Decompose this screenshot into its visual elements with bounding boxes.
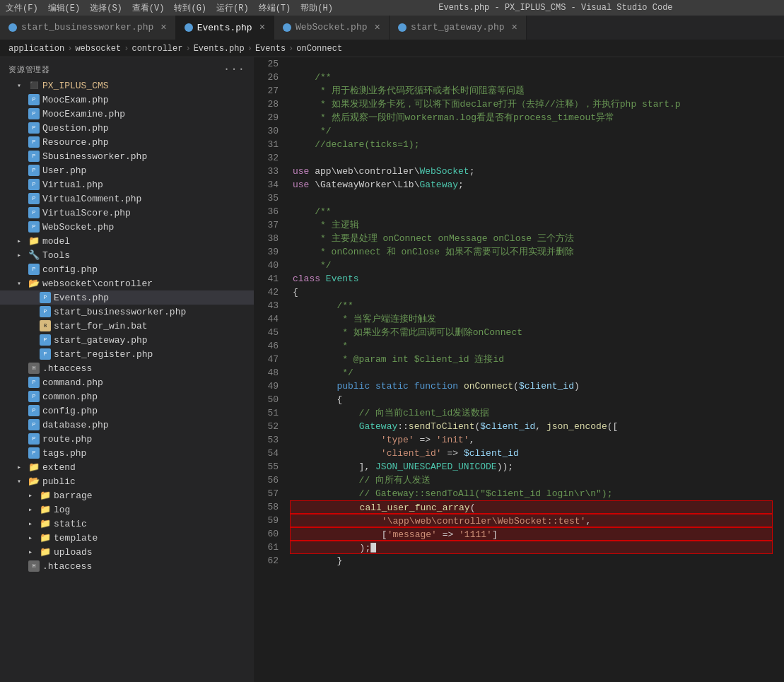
- token: [293, 421, 359, 432]
- breadcrumb-part[interactable]: Events.php: [194, 44, 245, 54]
- sidebar-file-item[interactable]: 🔧Tools: [0, 248, 254, 262]
- breadcrumb-part[interactable]: application: [8, 44, 64, 54]
- sidebar-file-item[interactable]: 📁log: [0, 502, 254, 517]
- editor-area[interactable]: 2526272829303132333435363738394041424344…: [254, 57, 784, 682]
- menu-bar[interactable]: 文件(F)编辑(E)选择(S)查看(V)转到(G)运行(R)终端(T)帮助(H): [6, 2, 333, 14]
- code-line: {: [290, 393, 773, 406]
- sidebar-file-item[interactable]: Pdatabase.php: [0, 418, 254, 432]
- menu-item[interactable]: 查看(V): [132, 2, 165, 14]
- file-label: WebSocket.php: [42, 222, 114, 233]
- code-line: * 然后观察一段时间workerman.log看是否有process_timeo…: [290, 111, 773, 124]
- sidebar-file-item[interactable]: Pstart_gateway.php: [0, 333, 254, 347]
- sidebar-file-item[interactable]: PMoocExamine.php: [0, 107, 254, 121]
- tab-close-button[interactable]: ×: [259, 22, 265, 33]
- sidebar-file-item[interactable]: 📂websocket\controller: [0, 276, 254, 290]
- sidebar-file-item[interactable]: PVirtualComment.php: [0, 192, 254, 206]
- token: ::: [397, 421, 409, 432]
- tab-websocket[interactable]: WebSocket.php×: [274, 16, 390, 40]
- menu-item[interactable]: 选择(S): [90, 2, 122, 14]
- sidebar-file-item[interactable]: PVirtualScore.php: [0, 206, 254, 220]
- token: {: [293, 394, 342, 405]
- code-line: /**: [290, 205, 773, 218]
- file-label: websocket\controller: [42, 278, 153, 289]
- breadcrumb-part[interactable]: websocket: [75, 44, 121, 54]
- sidebar-file-item[interactable]: 📁template: [0, 531, 254, 545]
- line-number: 61: [260, 541, 279, 554]
- code-line: use app\web\controller\WebSocket;: [290, 165, 773, 178]
- tab-events[interactable]: Events.php×: [176, 16, 274, 40]
- php-file-icon: P: [40, 334, 51, 346]
- token: Gateway: [359, 421, 398, 432]
- token: ,: [535, 421, 546, 432]
- bat-file-icon: B: [40, 320, 51, 331]
- sidebar-file-item[interactable]: Bstart_for_win.bat: [0, 319, 254, 333]
- token: */: [293, 126, 332, 136]
- tab-close-button[interactable]: ×: [160, 22, 166, 33]
- line-number: 25: [260, 57, 279, 71]
- tab-close-button[interactable]: ×: [374, 22, 380, 33]
- sidebar-file-item[interactable]: Ptags.php: [0, 446, 254, 460]
- token: [: [293, 529, 387, 540]
- sidebar-file-item[interactable]: Pcommon.php: [0, 389, 254, 404]
- file-label: MoocExam.php: [42, 95, 109, 105]
- tab-close-button[interactable]: ×: [512, 22, 517, 33]
- sidebar-file-item[interactable]: PResource.php: [0, 135, 254, 149]
- sidebar-file-item[interactable]: H.htaccess: [0, 559, 254, 573]
- breadcrumb-separator: ›: [67, 44, 72, 54]
- token: */: [293, 260, 332, 271]
- sidebar-file-item[interactable]: PSbusinessworker.php: [0, 149, 254, 163]
- tab-start-business[interactable]: start_businessworker.php×: [0, 16, 176, 40]
- line-number: 31: [260, 138, 279, 151]
- sidebar-file-item[interactable]: Proute.php: [0, 432, 254, 446]
- code-line: 'client_id' => $client_id: [290, 447, 773, 460]
- code-line: {: [290, 286, 773, 299]
- file-label: log: [54, 505, 70, 515]
- breadcrumb-part[interactable]: Events: [255, 44, 286, 54]
- code-lines[interactable]: /** * 用于检测业务代码死循环或者长时间阻塞等问题 * 如果发现业务卡死，可…: [290, 57, 784, 682]
- menu-item[interactable]: 文件(F): [6, 2, 38, 14]
- token: [458, 381, 464, 392]
- sidebar-file-item[interactable]: 📁barrage: [0, 488, 254, 502]
- menu-item[interactable]: 运行(R): [216, 2, 249, 14]
- menu-item[interactable]: 帮助(H): [300, 2, 333, 14]
- file-label: start_gateway.php: [54, 335, 148, 346]
- sidebar-file-item[interactable]: PMoocExam.php: [0, 93, 254, 107]
- php-file-icon: P: [28, 94, 40, 105]
- sidebar-file-item[interactable]: Pcommand.php: [0, 375, 254, 389]
- folder-arrow: [28, 548, 40, 556]
- sidebar-file-item[interactable]: Pstart_register.php: [0, 347, 254, 361]
- menu-item[interactable]: 编辑(E): [48, 2, 81, 14]
- menu-item[interactable]: 终端(T): [259, 2, 291, 14]
- file-label: Resource.php: [42, 137, 109, 148]
- menu-item[interactable]: 转到(G): [174, 2, 206, 14]
- line-number: 62: [260, 554, 279, 568]
- sidebar-root[interactable]: ⬛ PX_IPLUS_CMS: [0, 78, 254, 93]
- sidebar-file-item[interactable]: Pstart_businessworker.php: [0, 305, 254, 319]
- token: (: [513, 381, 519, 392]
- folder-closed-icon: 📁: [40, 546, 51, 558]
- token: * 当客户端连接时触发: [293, 314, 436, 324]
- sidebar-file-item[interactable]: 📂public: [0, 474, 254, 488]
- sidebar-file-item[interactable]: PUser.php: [0, 163, 254, 177]
- htaccess-icon: H: [28, 560, 40, 572]
- sidebar-dots-button[interactable]: ···: [223, 63, 245, 76]
- sidebar-file-item[interactable]: PWebSocket.php: [0, 220, 254, 234]
- sidebar-file-item[interactable]: PQuestion.php: [0, 121, 254, 135]
- sidebar-file-item[interactable]: 📁extend: [0, 460, 254, 474]
- php-file-icon: P: [28, 419, 40, 430]
- sidebar-file-item[interactable]: Pconfig.php: [0, 262, 254, 276]
- line-number: 34: [260, 178, 279, 192]
- sidebar-file-item[interactable]: Pconfig.php: [0, 404, 254, 418]
- breadcrumb-part[interactable]: onConnect: [296, 44, 342, 54]
- file-label: command.php: [42, 377, 103, 388]
- sidebar-file-item[interactable]: 📁uploads: [0, 545, 254, 559]
- sidebar-file-item[interactable]: 📁model: [0, 234, 254, 248]
- sidebar-file-item[interactable]: PEvents.php: [0, 290, 254, 305]
- file-label: MoocExamine.php: [42, 109, 125, 119]
- sidebar-file-item[interactable]: 📁static: [0, 517, 254, 531]
- sidebar-file-item[interactable]: PVirtual.php: [0, 177, 254, 192]
- tab-start-gateway[interactable]: start_gateway.php×: [390, 16, 527, 40]
- breadcrumb-part[interactable]: controller: [131, 44, 182, 54]
- sidebar-file-item[interactable]: H.htaccess: [0, 361, 254, 375]
- folder-arrow: [17, 463, 28, 471]
